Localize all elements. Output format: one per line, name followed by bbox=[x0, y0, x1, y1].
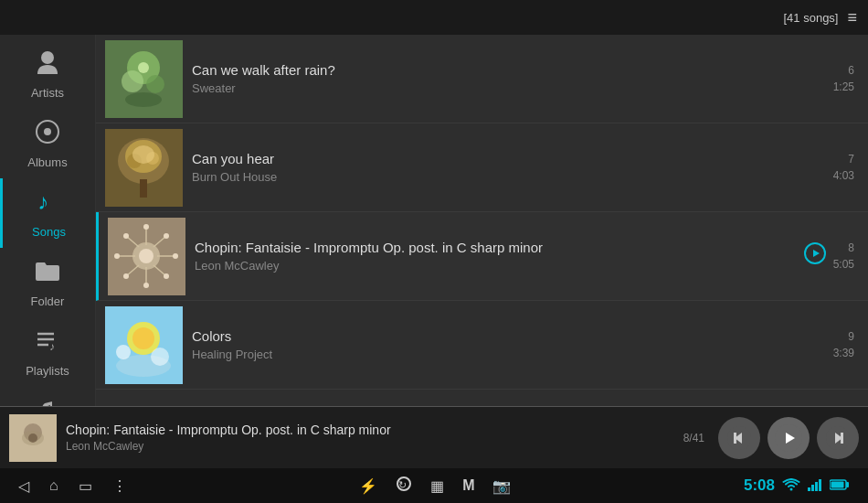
system-clock: 5:08 bbox=[744, 476, 775, 495]
song-thumbnail bbox=[105, 40, 183, 118]
svg-rect-68 bbox=[831, 481, 844, 487]
sidebar-item-playlists[interactable]: ♪ Playlists bbox=[0, 317, 95, 387]
song-thumbnail bbox=[105, 306, 183, 384]
now-playing-track-info: 8/41 bbox=[683, 432, 704, 444]
albums-label: Albums bbox=[27, 155, 67, 169]
song-number: 6 bbox=[848, 64, 854, 77]
svg-rect-63 bbox=[811, 485, 814, 491]
svg-rect-65 bbox=[819, 479, 821, 491]
wifi-icon bbox=[782, 478, 800, 494]
sidebar-item-albums[interactable]: Albums bbox=[0, 109, 95, 178]
song-number: 9 bbox=[848, 330, 854, 343]
battery-icon bbox=[830, 478, 850, 494]
folder-icon bbox=[34, 257, 61, 291]
svg-point-35 bbox=[173, 253, 178, 259]
albums-icon bbox=[34, 118, 61, 152]
now-playing-info: Chopin: Fantaisie - Impromptu Op. post. … bbox=[66, 423, 683, 453]
overflow-menu-icon[interactable]: ≡ bbox=[847, 8, 857, 27]
system-bar: ◁ ⌂ ▭ ⋮ ⚡ ↻ ▦ M 📷 5:08 bbox=[0, 468, 868, 503]
sidebar-item-artists[interactable]: Artists bbox=[0, 39, 95, 109]
genre-icon bbox=[34, 396, 61, 406]
song-meta: 6 1:25 bbox=[833, 64, 854, 93]
svg-rect-54 bbox=[734, 433, 736, 444]
artists-icon bbox=[34, 48, 61, 82]
svg-point-11 bbox=[146, 75, 164, 93]
song-row[interactable]: Can you hear Burn Out House 7 4:03 bbox=[96, 123, 868, 212]
song-duration: 5:05 bbox=[833, 258, 854, 271]
svg-text:♪: ♪ bbox=[37, 189, 48, 214]
song-list: Can we walk after rain? Sweater 6 1:25 C… bbox=[96, 35, 868, 406]
song-title: Can you hear bbox=[192, 151, 833, 166]
top-bar-info: [41 songs] ≡ bbox=[783, 8, 857, 27]
playing-indicator bbox=[804, 242, 826, 270]
svg-point-34 bbox=[114, 253, 120, 259]
svg-point-32 bbox=[123, 233, 129, 239]
svg-point-37 bbox=[164, 273, 169, 279]
svg-point-47 bbox=[151, 348, 169, 366]
svg-point-0 bbox=[41, 51, 54, 64]
svg-point-39 bbox=[143, 283, 149, 288]
sync-icon: ↻ bbox=[396, 476, 412, 496]
sidebar-item-folder[interactable]: Folder bbox=[0, 248, 95, 317]
song-duration: 3:39 bbox=[833, 347, 854, 359]
playlists-label: Playlists bbox=[26, 364, 69, 378]
recents-button[interactable]: ▭ bbox=[79, 477, 92, 495]
songs-label: Songs bbox=[32, 225, 66, 239]
song-number: 8 bbox=[848, 241, 854, 254]
song-number: 7 bbox=[848, 153, 854, 166]
system-right-status: 5:08 bbox=[744, 476, 850, 495]
playlists-icon: ♪ bbox=[34, 326, 61, 360]
svg-point-51 bbox=[28, 433, 37, 443]
play-pause-button[interactable] bbox=[767, 417, 810, 459]
svg-point-33 bbox=[164, 233, 169, 239]
camera-icon: 📷 bbox=[492, 477, 511, 495]
song-row[interactable]: Chopin: Fantaisie - Impromptu Op. post. … bbox=[96, 212, 868, 301]
home-button[interactable]: ⌂ bbox=[49, 477, 58, 494]
song-artist: Healing Project bbox=[192, 348, 833, 361]
system-status-icons: ⚡ ↻ ▦ M 📷 bbox=[359, 476, 511, 496]
now-playing-bar: Chopin: Fantaisie - Impromptu Op. post. … bbox=[0, 406, 868, 468]
back-button[interactable]: ◁ bbox=[18, 477, 29, 495]
songs-icon: ♪ bbox=[36, 187, 63, 221]
song-duration: 4:03 bbox=[833, 169, 854, 182]
song-meta: 7 4:03 bbox=[833, 153, 854, 182]
svg-point-12 bbox=[125, 92, 162, 107]
song-row[interactable]: Colors Healing Project 9 3:39 bbox=[96, 301, 868, 390]
svg-rect-67 bbox=[846, 482, 849, 487]
svg-point-46 bbox=[116, 345, 131, 359]
next-button[interactable] bbox=[817, 417, 859, 459]
songs-count-label: [41 songs] bbox=[783, 11, 838, 25]
main-content: Artists Albums ♪ Songs bbox=[0, 35, 868, 406]
svg-rect-62 bbox=[808, 487, 810, 491]
svg-point-2 bbox=[44, 128, 51, 135]
playback-controls bbox=[718, 417, 859, 459]
more-button[interactable]: ⋮ bbox=[112, 477, 127, 495]
svg-rect-17 bbox=[140, 179, 147, 198]
song-artist: Burn Out House bbox=[192, 170, 833, 184]
song-meta: 8 5:05 bbox=[833, 241, 854, 271]
previous-button[interactable] bbox=[718, 417, 760, 459]
sidebar: Artists Albums ♪ Songs bbox=[0, 35, 96, 406]
artists-label: Artists bbox=[31, 86, 64, 100]
system-nav-buttons: ◁ ⌂ ▭ ⋮ bbox=[18, 477, 127, 495]
svg-marker-41 bbox=[813, 250, 820, 257]
song-meta: 9 3:39 bbox=[833, 330, 854, 359]
svg-text:↻: ↻ bbox=[398, 479, 407, 490]
song-row[interactable]: Can we walk after rain? Sweater 6 1:25 bbox=[96, 35, 868, 123]
now-playing-artist: Leon McCawley bbox=[66, 440, 683, 453]
svg-point-20 bbox=[132, 145, 154, 164]
sidebar-item-genre[interactable]: Genre bbox=[0, 387, 95, 406]
svg-text:♪: ♪ bbox=[49, 340, 55, 353]
signal-bars-icon bbox=[808, 478, 822, 494]
svg-point-30 bbox=[139, 249, 153, 263]
sidebar-item-songs[interactable]: ♪ Songs bbox=[0, 178, 95, 248]
svg-point-10 bbox=[122, 70, 143, 92]
svg-rect-64 bbox=[815, 482, 818, 491]
song-title: Colors bbox=[192, 328, 833, 344]
svg-rect-59 bbox=[841, 433, 843, 444]
song-duration: 1:25 bbox=[833, 80, 854, 93]
song-artist: Sweater bbox=[192, 81, 833, 95]
song-info: Chopin: Fantaisie - Impromptu Op. post. … bbox=[195, 240, 804, 273]
song-info: Can we walk after rain? Sweater bbox=[192, 62, 833, 95]
song-thumbnail bbox=[105, 129, 183, 207]
